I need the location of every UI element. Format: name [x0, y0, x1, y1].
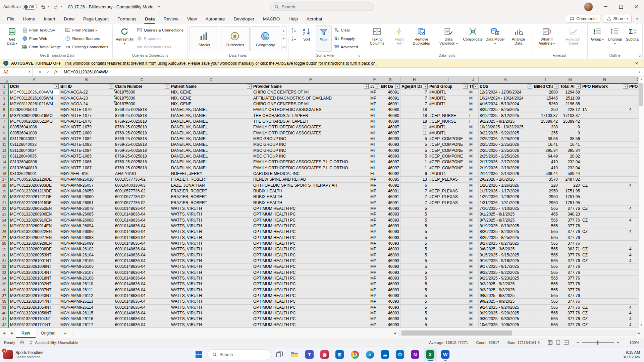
cell-L32[interactable]: 565 [533, 264, 559, 269]
cell-N31[interactable]: CZ [581, 258, 628, 264]
cell-N11[interactable] [581, 142, 628, 147]
cell-E3[interactable]: AFFILIATED DIAGNOSTICS OF OAKLAND [252, 96, 369, 101]
sort-ascending-button[interactable]: AZ [290, 26, 298, 34]
cell-M18[interactable]: 220 [559, 183, 581, 188]
cell-O40[interactable]: 4 [628, 310, 638, 316]
cell-M35[interactable]: 377.76 [559, 281, 581, 287]
cell-G16[interactable]: 46092 [380, 171, 400, 177]
cell-K23[interactable]: 8/1/2025 - 8/1/2025 [479, 212, 533, 217]
cell-A15[interactable]: 031326040819 [9, 165, 59, 171]
advanced-button[interactable]: Advanced [333, 43, 360, 51]
cell-G36[interactable]: 46093 [380, 287, 400, 293]
cell-F30[interactable]: MP [369, 252, 380, 258]
cell-B9[interactable]: MGY-ADTE-1080 [59, 130, 114, 136]
vertical-scrollbar[interactable]: ▲ ▼ [638, 76, 644, 328]
cell-N15[interactable] [581, 165, 628, 171]
banner-close-icon[interactable]: ✕ [633, 61, 641, 66]
undo-button[interactable] [40, 3, 47, 11]
cell-L7[interactable]: 25389.42 [533, 119, 559, 124]
cell-N20[interactable] [581, 194, 628, 200]
cell-A13[interactable]: 031126040035 [9, 154, 59, 159]
title-caret-icon[interactable]: ▾ [158, 5, 160, 8]
cell-I10[interactable]: #CEP_COMPONE [428, 136, 468, 142]
widgets-button[interactable]: 1 Sports headline Seattle targeted... [3, 350, 43, 359]
cell-B7[interactable]: MGY-ADTE-1078 [59, 119, 114, 124]
zoom-out-button[interactable]: − [577, 340, 579, 345]
cell-M31[interactable]: 377.76 [559, 258, 581, 264]
cell-K13[interactable]: 2/25/2026 - 2/25/2026 [479, 154, 533, 159]
cell-C18[interactable]: 60010400330-03 [114, 183, 170, 188]
cell-M37[interactable]: 377.76 [559, 293, 581, 299]
cell-F1[interactable]: Ju▾ [369, 84, 380, 89]
text-to-columns-button[interactable]: Text to Columns [364, 25, 390, 52]
cell-G17[interactable]: 46085 [380, 177, 400, 182]
cell-B23[interactable]: MGY-AMMI-26085 [59, 212, 114, 217]
cell-K9[interactable]: 9/22/2025 - 9/22/2025 [479, 130, 533, 136]
cell-I23[interactable] [428, 212, 468, 217]
cell-B12[interactable]: MGY-ADTE-1084 [59, 148, 114, 154]
cell-O35[interactable] [628, 281, 638, 287]
cell-M2[interactable]: 1294.68 [559, 89, 581, 95]
cell-A39[interactable]: MGY031320261054NT [9, 305, 59, 310]
cell-B41[interactable]: MGY-AMMI-26116 [59, 316, 114, 322]
cell-K39[interactable]: 9/24/2025 - 9/24/2025 [479, 305, 533, 310]
cell-E18[interactable]: ORTHOPEDIC SPINE SPORTS THERAPY AH [252, 183, 369, 188]
cell-E31[interactable]: OPTIMUM HEALTH PC [252, 258, 369, 264]
cell-K6[interactable]: 8/12/2025 - 8/12/2025 [479, 113, 533, 119]
cell-E32[interactable]: OPTIMUM HEALTH PC [252, 264, 369, 269]
cell-K20[interactable]: 1/29/2026 - 1/29/2026 [479, 194, 533, 200]
cell-H23[interactable]: 5 [400, 212, 428, 217]
cell-I24[interactable] [428, 218, 468, 223]
cell-J30[interactable]: M [468, 252, 479, 258]
cell-J15[interactable]: M [468, 165, 479, 171]
cell-H39[interactable]: 5 [400, 305, 428, 310]
cell-K2[interactable]: 12/3/2024 - 12/30/2024 [479, 89, 533, 95]
autosave-toggle[interactable]: AutoSave Off [3, 4, 37, 10]
cell-B18[interactable]: MGY-AMMI-26057 [59, 183, 114, 188]
cell-D10[interactable]: DANEILAK, DANIEL [170, 136, 252, 142]
page-layout-view-icon[interactable] [556, 340, 560, 345]
cell-N35[interactable] [581, 281, 628, 287]
cell-C25[interactable]: 60010148636-04 [114, 223, 170, 229]
row-header-37[interactable]: 37 [0, 293, 9, 299]
onedrive-button[interactable]: ☁ [378, 348, 392, 361]
share-button[interactable]: Share ▾ [603, 15, 632, 23]
cell-G22[interactable]: 46093 [380, 206, 400, 212]
cell-L20[interactable]: 2950 [533, 194, 559, 200]
maximize-button[interactable] [613, 0, 629, 13]
stocks-button[interactable]: Stocks [190, 26, 219, 51]
row-header-33[interactable]: 33 [0, 270, 9, 276]
cell-G11[interactable]: 46093 [380, 142, 400, 147]
cell-J18[interactable]: M [468, 183, 479, 188]
cell-B15[interactable]: MGY-ADTE-1087 [59, 165, 114, 171]
cell-M28[interactable]: 377.76 [559, 241, 581, 246]
cell-C15[interactable]: 8769-25-0025818 [114, 165, 170, 171]
cell-M30[interactable]: 377.76 [559, 252, 581, 258]
cell-H38[interactable]: 5 [400, 299, 428, 304]
cell-C28[interactable]: 60010148636-04 [114, 241, 170, 246]
cell-J2[interactable]: M [468, 89, 479, 95]
cell-G26[interactable]: 46093 [380, 229, 400, 235]
cell-H25[interactable]: 5 [400, 223, 428, 229]
cell-B13[interactable]: MGY-ADTE-1085 [59, 154, 114, 159]
cell-J22[interactable]: M [468, 206, 479, 212]
cell-B4[interactable]: MGY-ACGA-24 [59, 101, 114, 107]
cell-C39[interactable]: 60010148636-04 [114, 305, 170, 310]
cell-J5[interactable]: M [468, 107, 479, 113]
reapply-button[interactable]: Reapply [333, 35, 360, 42]
cell-L21[interactable]: 2950 [533, 200, 559, 206]
flash-fill-button[interactable]: Flash Fill [391, 25, 407, 52]
cell-B29[interactable]: MGY-AMMI-26102 [59, 246, 114, 252]
cell-I9[interactable]: #AUDIT1 [428, 130, 468, 136]
cell-C24[interactable]: 60010148636-04 [114, 218, 170, 223]
cell-H32[interactable]: 5 [400, 264, 428, 269]
cell-M40[interactable]: 377.76 [559, 310, 581, 316]
cell-F20[interactable]: MP [369, 194, 380, 200]
cell-E37[interactable]: OPTIMUM HEALTH PC [252, 293, 369, 299]
cell-C12[interactable]: 8769-25-0025818 [114, 148, 170, 154]
close-button[interactable] [629, 0, 644, 13]
cell-F23[interactable]: MP [369, 212, 380, 217]
cell-I39[interactable] [428, 305, 468, 310]
filter-button-I1[interactable]: ▾ [463, 84, 468, 89]
cell-B25[interactable]: MGY-AMMI-26094 [59, 223, 114, 229]
